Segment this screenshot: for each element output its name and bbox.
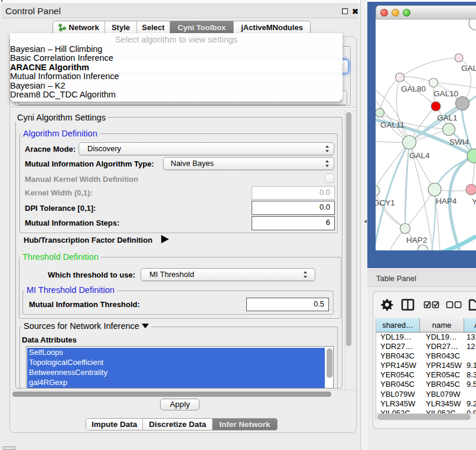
svg-text:GAL11: GAL11 bbox=[380, 120, 405, 129]
svg-text:GAL10: GAL10 bbox=[433, 89, 458, 98]
svg-text:YDR: YDR bbox=[472, 197, 476, 206]
svg-text:HAP4: HAP4 bbox=[436, 197, 457, 206]
svg-text:GAL80: GAL80 bbox=[401, 84, 426, 93]
svg-text:GAL2: GAL2 bbox=[461, 64, 476, 73]
svg-text:HAP2: HAP2 bbox=[406, 236, 427, 244]
svg-text:GCY1: GCY1 bbox=[376, 198, 395, 207]
svg-text:GAL4: GAL4 bbox=[409, 151, 430, 160]
svg-text:GAL1: GAL1 bbox=[437, 113, 458, 122]
svg-text:SWI4: SWI4 bbox=[449, 138, 469, 146]
